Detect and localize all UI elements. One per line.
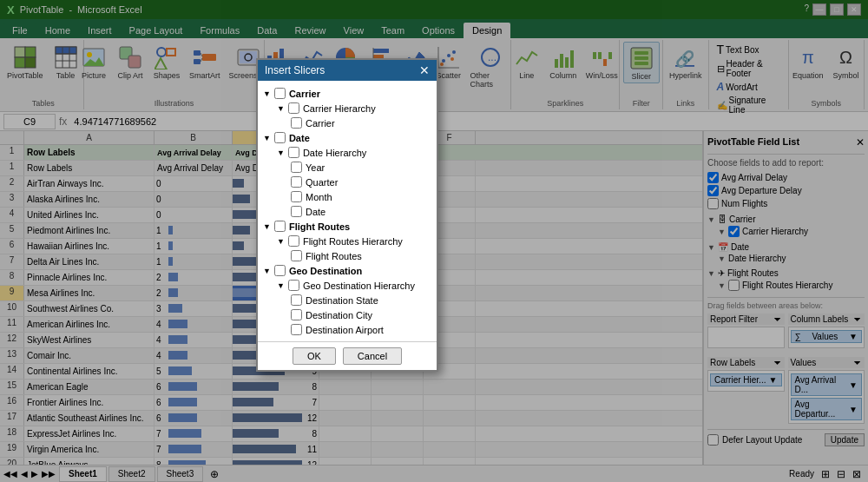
dialog-carrier-item: Carrier — [291, 116, 431, 130]
month-label: Month — [306, 192, 332, 202]
ok-button[interactable]: OK — [293, 347, 336, 365]
geodest-expand[interactable]: ▼ — [263, 267, 271, 275]
dialog-destairport-item: Destination Airport — [291, 322, 431, 337]
destcity-label: Destination City — [306, 310, 372, 320]
dialog-date-item: Date — [291, 204, 431, 219]
dialog-title: Insert Slicers ✕ — [258, 60, 437, 81]
geodest-hierarchy-label: Geo Destination Hierarchy — [303, 281, 415, 291]
date-hier-expand[interactable]: ▼ — [277, 149, 285, 157]
geodest-hier-expand[interactable]: ▼ — [277, 281, 285, 290]
deststate-label: Destination State — [306, 295, 378, 306]
geodest-hier-check[interactable] — [288, 280, 299, 291]
carrier-label: Carrier — [289, 89, 320, 99]
date-check[interactable] — [291, 206, 302, 217]
insert-slicers-dialog: Insert Slicers ✕ ▼ Carrier ▼ Carrier Hie… — [256, 58, 438, 372]
dialog-flightroutes-group: ▼ Flight Routes — [263, 219, 431, 234]
geodest-label: Geo Destination — [289, 266, 362, 276]
dialog-destcity-item: Destination City — [291, 307, 431, 322]
flightroutes-item-check[interactable] — [291, 250, 302, 261]
destcity-check[interactable] — [291, 309, 302, 320]
carrier-hier-group-check[interactable] — [288, 102, 299, 114]
dialog-quarter-item: Quarter — [291, 175, 431, 189]
dialog-carrier-hierarchy-group: ▼ Carrier Hierarchy — [277, 101, 431, 116]
dialog-deststate-item: Destination State — [291, 293, 431, 307]
destairport-check[interactable] — [291, 324, 302, 335]
quarter-label: Quarter — [306, 177, 338, 188]
date-item-label: Date — [306, 207, 326, 217]
carrier-group-check[interactable] — [274, 88, 286, 99]
flightroutes-hier-expand-dialog[interactable]: ▼ — [277, 237, 285, 246]
year-label: Year — [306, 162, 325, 173]
carrier-item-label: Carrier — [306, 118, 335, 129]
dialog-title-text: Insert Slicers — [265, 64, 325, 76]
flightroutes-item-label: Flight Routes — [306, 251, 362, 261]
quarter-check[interactable] — [291, 176, 302, 188]
flightroutes-group-check[interactable] — [274, 221, 286, 232]
dialog-date-hierarchy-group: ▼ Date Hierarchy — [277, 145, 431, 160]
dialog-close-button[interactable]: ✕ — [419, 63, 430, 77]
cancel-button[interactable]: Cancel — [343, 347, 402, 365]
dialog-year-item: Year — [291, 160, 431, 175]
date-hierarchy-label: Date Hierarchy — [303, 148, 366, 158]
flightroutes-hier-check-dialog[interactable] — [288, 235, 299, 247]
carrier-hier-expand[interactable]: ▼ — [277, 104, 285, 113]
dialog-geodest-hierarchy-group: ▼ Geo Destination Hierarchy — [277, 278, 431, 293]
dialog-overlay: Insert Slicers ✕ ▼ Carrier ▼ Carrier Hie… — [0, 0, 868, 482]
flightroutes-hierarchy-label: Flight Routes Hierarchy — [303, 236, 403, 247]
dialog-date-group: ▼ Date — [263, 130, 431, 145]
dialog-flightroutes-item: Flight Routes — [291, 248, 431, 263]
dialog-geodest-group: ▼ Geo Destination — [263, 263, 431, 278]
geodest-group-check[interactable] — [274, 265, 286, 276]
dialog-month-item: Month — [291, 189, 431, 204]
dialog-flightroutes-hierarchy-group: ▼ Flight Routes Hierarchy — [277, 234, 431, 248]
date-hier-group-check[interactable] — [288, 147, 299, 158]
date-group-check[interactable] — [274, 132, 286, 143]
flightroutes-label: Flight Routes — [289, 221, 350, 232]
flightroutes-expand[interactable]: ▼ — [263, 222, 271, 231]
carrier-check[interactable] — [291, 117, 302, 129]
dialog-footer: OK Cancel — [258, 341, 437, 370]
date-label: Date — [289, 133, 310, 143]
date-expand[interactable]: ▼ — [263, 134, 271, 142]
year-check[interactable] — [291, 162, 302, 173]
carrier-hierarchy-label: Carrier Hierarchy — [303, 103, 376, 114]
month-check[interactable] — [291, 191, 302, 202]
dialog-carrier-group: ▼ Carrier — [263, 86, 431, 101]
destairport-label: Destination Airport — [306, 325, 384, 335]
carrier-expand[interactable]: ▼ — [263, 89, 271, 98]
deststate-check[interactable] — [291, 294, 302, 306]
dialog-body: ▼ Carrier ▼ Carrier Hierarchy Carrier ▼ … — [258, 81, 437, 341]
